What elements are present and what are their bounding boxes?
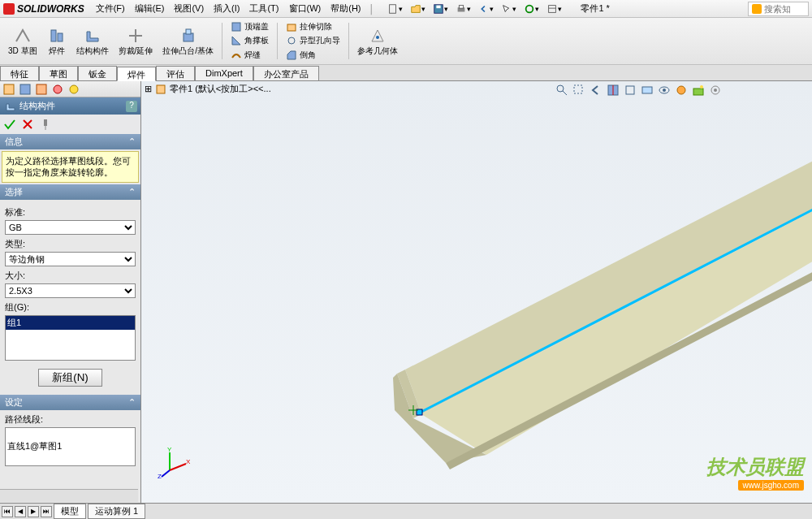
svg-text:Z: Z <box>158 473 162 478</box>
command-tabs: 特征 草图 钣金 焊件 评估 DimXpert 办公室产品 <box>0 65 812 81</box>
app-logo: SOLIDWORKS <box>3 3 84 15</box>
undo-button[interactable]: ▾ <box>475 2 496 16</box>
tab-nav-next[interactable]: ▶ <box>28 506 39 517</box>
pm-help-button[interactable]: ? <box>126 101 137 112</box>
tab-nav-prev[interactable]: ◀ <box>15 506 26 517</box>
display-tab[interactable] <box>67 83 81 96</box>
ribbon-chamfer[interactable]: 倒角 <box>284 49 342 62</box>
type-select[interactable]: 等边角钢 <box>5 252 136 266</box>
svg-rect-23 <box>157 85 165 93</box>
ribbon-gusset[interactable]: 角撑板 <box>229 34 270 47</box>
document-title: 零件1 * <box>581 2 609 15</box>
tab-nav-last[interactable]: ⏭ <box>41 506 52 517</box>
ribbon-cut-extrude[interactable]: 拉伸切除 <box>284 20 342 33</box>
ribbon-hole-wizard[interactable]: 异型孔向导 <box>284 34 342 47</box>
menu-insert[interactable]: 插入(I) <box>209 1 244 16</box>
pm-select-header[interactable]: 选择⌃ <box>0 184 140 200</box>
ribbon: 3D 草图 焊件 结构构件 剪裁/延伸 拉伸凸台/基体 顶端盖 角撑板 焊缝 拉… <box>0 18 812 65</box>
options-button[interactable]: ▾ <box>543 2 564 16</box>
pm-pushpin-button[interactable] <box>39 118 52 131</box>
feature-manager-tabs <box>0 81 140 97</box>
svg-point-19 <box>54 85 62 93</box>
bottom-tab-model[interactable]: 模型 <box>54 504 86 519</box>
ribbon-3d-sketch[interactable]: 3D 草图 <box>3 19 42 63</box>
new-button[interactable]: ▾ <box>384 2 405 16</box>
collapse-icon: ⌃ <box>128 136 136 147</box>
dimxpert-tab[interactable] <box>50 83 65 96</box>
new-group-button[interactable]: 新组(N) <box>38 369 102 387</box>
menu-view[interactable]: 视图(V) <box>169 1 209 16</box>
svg-point-35 <box>700 85 703 89</box>
graphics-viewport[interactable]: ⊞ 零件1 (默认<按加工><<... <box>141 81 812 503</box>
tab-weldments[interactable]: 焊件 <box>117 67 156 81</box>
path-segments-input[interactable] <box>5 427 136 466</box>
svg-point-14 <box>288 37 295 44</box>
ribbon-extrude-boss[interactable]: 拉伸凸台/基体 <box>158 19 218 63</box>
menu-window[interactable]: 窗口(W) <box>284 1 326 16</box>
size-select[interactable]: 2.5X3 <box>5 283 136 298</box>
standard-label: 标准: <box>5 206 136 218</box>
property-manager-panel: 结构构件 ? 信息⌃ 为定义路径选择草图线段。您可按一指定角度来旋转轮廓。 选择… <box>0 81 141 503</box>
property-manager-tab[interactable] <box>18 83 32 96</box>
bottom-tab-motion[interactable]: 运动算例 1 <box>88 504 145 519</box>
svg-rect-16 <box>4 84 14 94</box>
app-name: SOLIDWORKS <box>17 3 84 15</box>
ribbon-weldment[interactable]: 焊件 <box>42 19 71 63</box>
group-listbox[interactable]: 组1 <box>5 315 136 361</box>
svg-rect-6 <box>549 5 556 12</box>
pm-cancel-button[interactable] <box>21 118 34 131</box>
svg-rect-17 <box>20 84 30 94</box>
collapse-icon: ⌃ <box>128 397 136 408</box>
standard-select[interactable]: GB <box>5 220 136 235</box>
pm-title-bar: 结构构件 ? <box>0 97 140 115</box>
tab-features[interactable]: 特征 <box>0 66 39 80</box>
rebuild-button[interactable]: ▾ <box>520 2 542 16</box>
expand-icon[interactable]: ⊞ <box>145 84 152 94</box>
menu-help[interactable]: 帮助(H) <box>326 1 365 16</box>
tab-sketch[interactable]: 草图 <box>39 66 78 80</box>
pm-info-header[interactable]: 信息⌃ <box>0 134 140 149</box>
svg-point-5 <box>526 5 533 12</box>
tab-dimxpert[interactable]: DimXpert <box>195 66 253 80</box>
quick-access-toolbar: ▾ ▾ ▾ ▾ ▾ ▾ ▾ ▾ <box>384 2 564 16</box>
tab-office[interactable]: 办公室产品 <box>253 66 319 80</box>
svg-rect-2 <box>436 5 440 8</box>
pm-ok-button[interactable] <box>3 118 16 131</box>
select-button[interactable]: ▾ <box>498 2 519 16</box>
ribbon-structural-member[interactable]: 结构构件 <box>71 19 114 63</box>
pm-settings-header[interactable]: 设定⌃ <box>0 395 140 410</box>
menu-file[interactable]: 文件(F) <box>91 1 130 16</box>
panel-scrollbar[interactable] <box>0 489 138 502</box>
configuration-tab[interactable] <box>34 83 49 96</box>
save-button[interactable]: ▾ <box>430 2 451 16</box>
ribbon-weld-bead[interactable]: 焊缝 <box>229 49 270 62</box>
svg-rect-21 <box>44 119 47 126</box>
separator: │ <box>369 4 375 14</box>
bottom-tab-bar: ⏮ ◀ ▶ ⏭ 模型 运动算例 1 <box>0 503 812 519</box>
svg-rect-13 <box>287 24 296 31</box>
tab-nav-first[interactable]: ⏮ <box>2 506 13 517</box>
ribbon-reference-geometry[interactable]: 参考几何体 <box>352 19 403 63</box>
ribbon-end-cap[interactable]: 顶端盖 <box>229 20 270 33</box>
pm-action-row <box>0 115 140 134</box>
svg-point-15 <box>376 36 379 39</box>
menu-edit[interactable]: 编辑(E) <box>130 1 170 16</box>
search-box[interactable] <box>748 2 809 16</box>
svg-rect-0 <box>390 4 396 13</box>
feature-tree-tab[interactable] <box>2 83 16 96</box>
tab-evaluate[interactable]: 评估 <box>156 66 195 80</box>
svg-text:X: X <box>186 458 190 465</box>
watermark-url: www.jsgho.com <box>738 480 804 491</box>
ribbon-trim-extend[interactable]: 剪裁/延伸 <box>114 19 158 63</box>
print-button[interactable]: ▾ <box>452 2 473 16</box>
watermark: 技术员联盟 www.jsgho.com <box>706 454 804 491</box>
group-item-1[interactable]: 组1 <box>6 316 135 330</box>
open-button[interactable]: ▾ <box>407 2 428 16</box>
tab-sheetmetal[interactable]: 钣金 <box>78 66 117 80</box>
orientation-triad[interactable]: Y X Z <box>158 446 190 478</box>
menu-tools[interactable]: 工具(T) <box>244 1 283 16</box>
search-input[interactable] <box>764 4 805 14</box>
svg-line-50 <box>170 464 186 470</box>
svg-rect-18 <box>37 84 46 94</box>
feature-tree-flyout[interactable]: ⊞ 零件1 (默认<按加工><<... <box>145 83 271 95</box>
